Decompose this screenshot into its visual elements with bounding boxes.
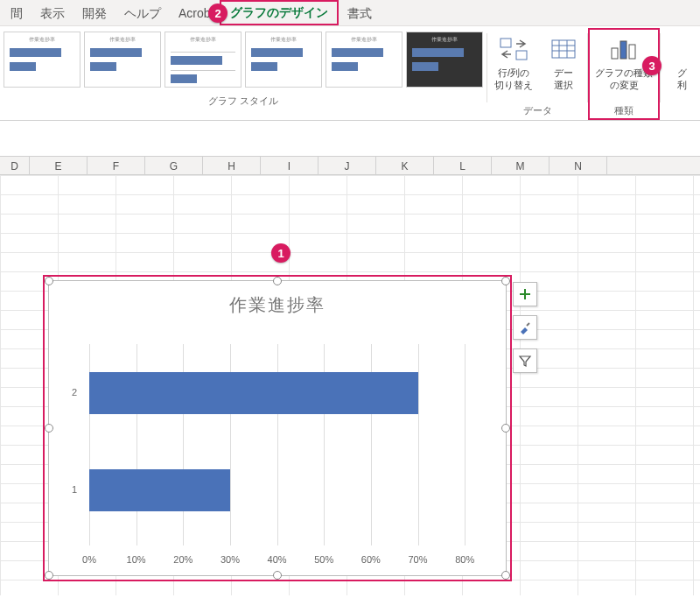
x-tick-label: 40%: [268, 554, 287, 565]
chart-icon: [666, 35, 697, 63]
annotation-badge-3: 3: [642, 56, 662, 75]
col-header[interactable]: H: [203, 157, 261, 174]
chart-bar[interactable]: [89, 469, 230, 511]
change-chart-type-icon: [608, 35, 640, 63]
resize-handle[interactable]: [45, 571, 53, 580]
resize-handle[interactable]: [45, 277, 53, 285]
col-header[interactable]: L: [434, 157, 492, 174]
chart-elements-button[interactable]: [513, 282, 537, 306]
ribbon-group-data: 行/列の 切り替え デー 選択 データ: [487, 28, 587, 120]
cells-grid[interactable]: 1 作業進捗率: [0, 175, 700, 595]
x-tick-label: 70%: [409, 554, 428, 565]
chart-side-buttons: [513, 282, 537, 373]
chart-styles-button[interactable]: [513, 315, 537, 340]
svg-rect-0: [500, 39, 511, 47]
col-header[interactable]: G: [145, 157, 203, 174]
y-tick-label: 2: [72, 387, 77, 397]
column-headers: D E F G H I J K L M N: [0, 156, 700, 175]
col-header[interactable]: K: [376, 157, 434, 174]
chart-style-thumb[interactable]: 作業進捗率: [406, 32, 483, 88]
menu-bar: 間 表示 開発 ヘルプ Acrob グラフのデザイン 書式 2: [0, 0, 700, 26]
resize-handle[interactable]: [273, 277, 282, 285]
select-data-icon: [548, 35, 579, 63]
gridline: [418, 344, 419, 545]
resize-handle[interactable]: [45, 424, 53, 433]
ribbon-button-cut[interactable]: グ 利: [661, 28, 699, 120]
plus-icon: [518, 287, 532, 301]
embedded-chart[interactable]: 作業進捗率 2 1 0% 10%: [48, 280, 507, 576]
resize-handle[interactable]: [273, 571, 282, 580]
button-label: 行/列の 切り替え: [494, 67, 533, 92]
chart-style-thumb[interactable]: 作業進捗率: [245, 32, 322, 88]
chart-style-gallery[interactable]: 作業進捗率 作業進捗率 作業進捗率 作業進捗率 作業進捗率 作業進捗率: [4, 32, 483, 88]
x-tick-label: 10%: [127, 554, 146, 565]
chart-plot-area[interactable]: 2 1 0% 10% 20% 30% 40% 50% 60% 70% 80%: [89, 344, 488, 545]
x-tick-label: 80%: [455, 554, 474, 565]
x-tick-label: 20%: [173, 554, 192, 565]
button-label: デー 選択: [554, 67, 573, 92]
chart-style-thumb[interactable]: 作業進捗率: [84, 32, 161, 88]
menu-item[interactable]: 間: [2, 0, 32, 26]
ribbon-group-type: グラフの種類 の変更 種類 3: [588, 28, 660, 120]
col-header[interactable]: N: [550, 157, 607, 174]
menu-item-format[interactable]: 書式: [339, 0, 381, 26]
svg-rect-2: [552, 40, 575, 58]
col-header[interactable]: I: [261, 157, 318, 174]
svg-rect-8: [620, 41, 626, 59]
resize-handle[interactable]: [501, 571, 510, 580]
chart-styles-group: 作業進捗率 作業進捗率 作業進捗率 作業進捗率 作業進捗率 作業進捗率 グラフ …: [0, 28, 486, 120]
col-header[interactable]: E: [30, 157, 88, 174]
col-header[interactable]: D: [0, 157, 30, 174]
svg-rect-9: [629, 45, 635, 59]
worksheet-area: D E F G H I J K L M N 1 作業進捗率: [0, 156, 700, 595]
chart-style-thumb[interactable]: 作業進捗率: [4, 32, 80, 88]
x-tick-label: 30%: [220, 554, 240, 565]
gridline: [465, 344, 466, 545]
chart-title[interactable]: 作業進捗率: [49, 281, 506, 317]
menu-item-dev[interactable]: 開発: [74, 0, 116, 26]
annotation-badge-1: 1: [271, 243, 290, 263]
annotation-badge-2: 2: [208, 4, 228, 23]
switch-rowcol-icon: [498, 35, 529, 63]
col-header[interactable]: F: [88, 157, 145, 174]
brush-icon: [518, 320, 532, 334]
x-tick-label: 0%: [82, 554, 96, 565]
x-tick-label: 60%: [361, 554, 381, 565]
menu-item-view[interactable]: 表示: [32, 0, 74, 26]
chart-filters-button[interactable]: [513, 348, 537, 373]
menu-item-chart-design[interactable]: グラフのデザイン: [220, 0, 339, 25]
resize-handle[interactable]: [501, 424, 510, 433]
svg-rect-7: [612, 48, 618, 59]
col-header[interactable]: M: [492, 157, 550, 174]
svg-rect-1: [516, 51, 527, 60]
x-tick-label: 50%: [314, 554, 333, 565]
button-label: グ 利: [677, 67, 687, 92]
funnel-icon: [518, 354, 532, 368]
chart-style-thumb[interactable]: 作業進捗率: [326, 32, 402, 88]
group-label-type: 種類: [588, 104, 660, 117]
chart-style-thumb[interactable]: 作業進捗率: [164, 32, 242, 88]
y-tick-label: 1: [72, 484, 77, 495]
group-label-chart-styles: グラフ スタイル: [4, 95, 483, 108]
group-label-data: データ: [487, 104, 587, 117]
menu-item-help[interactable]: ヘルプ: [116, 0, 170, 26]
chart-bar[interactable]: [89, 372, 418, 414]
ribbon: 作業進捗率 作業進捗率 作業進捗率 作業進捗率 作業進捗率 作業進捗率 グラフ …: [0, 26, 700, 121]
resize-handle[interactable]: [501, 277, 510, 285]
col-header[interactable]: J: [318, 157, 376, 174]
